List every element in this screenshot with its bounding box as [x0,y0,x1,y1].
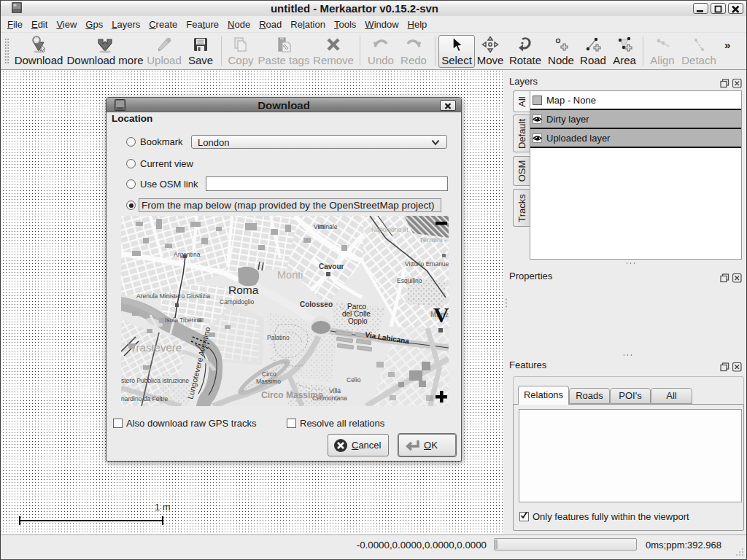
svg-text:Cavour: Cavour [319,262,344,271]
svg-text:Esquilino: Esquilino [397,277,422,284]
svg-text:Colosseo: Colosseo [300,300,333,308]
svg-text:Termini - La: Termini - La [419,236,449,244]
svg-text:nardino da Feltre: nardino da Feltre [121,395,169,402]
svg-text:Isola Tiberina: Isola Tiberina [165,316,202,324]
svg-text:Massimo: Massimo [256,378,281,385]
svg-text:Monti: Monti [277,269,303,281]
svg-text:Circo Massimo: Circo Massimo [261,390,323,400]
svg-text:stero Pubblica Istruzione: stero Pubblica Istruzione [121,377,189,384]
svg-text:Oppio: Oppio [348,317,368,325]
svg-text:V: V [433,303,449,327]
svg-text:Viminale: Viminale [314,223,338,230]
svg-text:Argentina: Argentina [174,251,201,258]
svg-text:Circo: Circo [262,370,276,378]
svg-text:Palatino: Palatino [267,334,290,341]
svg-text:Napoleone III: Napoleone III [371,226,409,233]
svg-text:Celio: Celio [347,376,361,384]
svg-text:Trastevere: Trastevere [130,341,182,354]
svg-text:Roma: Roma [228,284,259,296]
svg-text:Vittorio Emanuele: Vittorio Emanuele [405,260,449,268]
svg-text:Campidoglio: Campidoglio [220,298,255,306]
svg-text:Arenula Ministero Giustizia: Arenula Ministero Giustizia [136,292,210,300]
svg-text:Villa: Villa [329,387,341,394]
